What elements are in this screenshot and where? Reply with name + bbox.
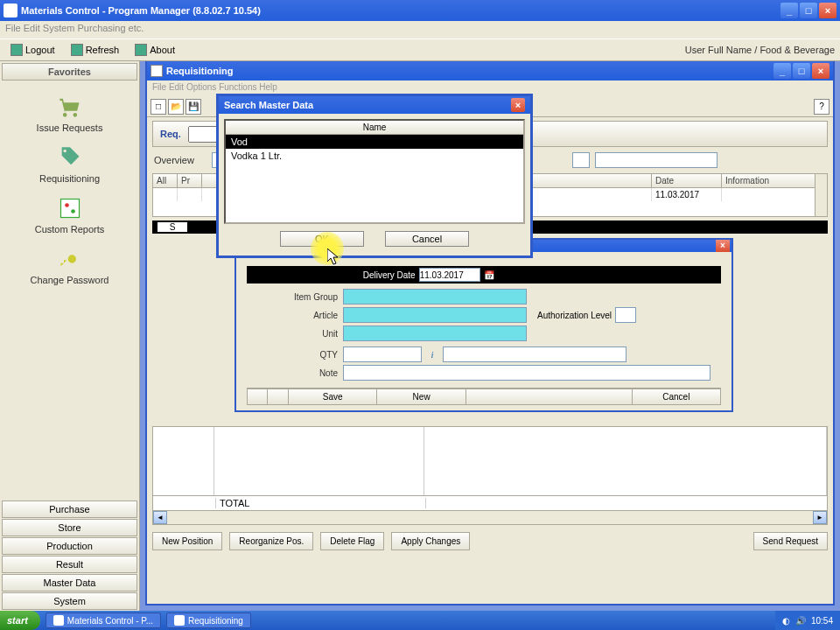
unit-input[interactable] (343, 326, 527, 341)
search-filter-row[interactable]: Vod (226, 135, 523, 149)
total-label: TOTAL (216, 498, 426, 508)
sidebar-item-change-password[interactable]: Change Password (0, 247, 139, 285)
minimize-button[interactable]: _ (780, 3, 798, 18)
overview-label: Overview (154, 155, 206, 165)
grid-header-pr[interactable]: Pr (178, 174, 202, 187)
logout-button[interactable]: Logout (5, 42, 60, 58)
svg-point-1 (65, 203, 69, 207)
close-button[interactable]: × (819, 3, 836, 18)
search-master-data-dialog: Search Master Data × Name Vod Vodka 1 Lt… (216, 94, 533, 258)
taskbar-item-requisitioning[interactable]: Requisitioning (166, 612, 251, 628)
qty-info-input[interactable] (443, 346, 626, 362)
new-position-button[interactable]: New Position (152, 532, 222, 550)
refresh-button[interactable]: Refresh (66, 42, 125, 58)
search-dialog-close-button[interactable]: × (511, 98, 525, 112)
sidebar-nav-master-data[interactable]: Master Data (2, 574, 137, 592)
refresh-icon (71, 44, 83, 56)
taskbar-item-materials-control[interactable]: Materials Control - P... (46, 612, 161, 628)
search-dialog-titlebar[interactable]: Search Master Data × (219, 96, 530, 114)
app-titlebar: Materials Control - Program Manager (8.8… (0, 0, 840, 21)
toolbar: Logout Refresh About User Full Name / Fo… (0, 38, 840, 61)
detail-cancel-button[interactable]: Cancel (633, 388, 721, 405)
selection-prefix: S (158, 222, 187, 232)
apply-changes-button[interactable]: Apply Changes (391, 532, 470, 550)
scroll-left-icon[interactable]: ◄ (153, 511, 167, 524)
sidebar-item-requisitioning[interactable]: Requisitioning (0, 145, 139, 184)
tray-icon[interactable]: ◐ (782, 616, 790, 626)
report-icon (55, 196, 85, 220)
cart-icon (55, 94, 85, 119)
start-label: start (7, 615, 28, 626)
authorization-level-label: Authorization Level (537, 311, 612, 320)
mdi-minimize-button[interactable]: _ (774, 63, 791, 79)
item-group-label: Item Group (247, 292, 343, 302)
logout-label: Logout (25, 45, 55, 55)
system-tray[interactable]: ◐ 🔊 10:54 (775, 611, 840, 630)
sidebar-nav-system[interactable]: System (2, 592, 137, 610)
sidebar-item-custom-reports[interactable]: Custom Reports (0, 196, 139, 234)
calendar-icon[interactable]: 📅 (484, 270, 494, 280)
horizontal-scrollbar[interactable]: ◄ ► (152, 511, 828, 525)
grid-vertical-scrollbar[interactable] (815, 174, 827, 216)
taskbar: start Materials Control - P... Requisiti… (0, 611, 840, 630)
mdi-doc-icon (150, 65, 163, 77)
sidebar-nav-store[interactable]: Store (2, 519, 137, 536)
menubar[interactable]: File Edit System Purchasing etc. (0, 21, 840, 38)
sidebar-nav-production[interactable]: Production (2, 537, 137, 555)
search-ok-button[interactable]: OK (280, 231, 364, 247)
grid-header-date[interactable]: Date (652, 174, 722, 187)
info-icon[interactable]: i (422, 349, 443, 360)
reorganize-pos-button[interactable]: Reorganize Pos. (229, 532, 313, 550)
qty-label: QTY (247, 350, 343, 360)
mdi-maximize-button[interactable]: □ (793, 63, 810, 79)
help-icon[interactable]: ? (814, 99, 830, 115)
detail-next-button[interactable] (268, 388, 289, 405)
key-icon (55, 247, 85, 271)
grid-header-info[interactable]: Information (722, 174, 827, 187)
search-results-list[interactable]: Name Vod Vodka 1 Ltr. (224, 119, 525, 224)
send-request-button[interactable]: Send Request (753, 532, 828, 550)
detail-close-button[interactable]: × (716, 240, 730, 252)
about-label: About (150, 45, 175, 55)
task-app-icon (53, 615, 64, 626)
save-icon[interactable]: 💾 (186, 99, 201, 115)
start-button[interactable]: start (0, 611, 40, 630)
delivery-date-label: Delivery Date (363, 270, 416, 280)
detail-prev-button[interactable] (247, 388, 268, 405)
scroll-right-icon[interactable]: ► (813, 511, 827, 524)
delivery-date-input[interactable] (419, 268, 480, 282)
detail-save-button[interactable]: Save (289, 388, 377, 405)
article-label: Article (247, 311, 343, 320)
authorization-level-input[interactable] (615, 307, 636, 323)
sidebar-nav-purchase[interactable]: Purchase (2, 500, 137, 518)
overview-code[interactable] (572, 152, 590, 168)
search-result-item[interactable]: Vodka 1 Ltr. (226, 149, 523, 163)
detail-new-button[interactable]: New (377, 388, 466, 405)
overview-input-2[interactable] (595, 152, 718, 168)
line-items-grid[interactable] (152, 426, 828, 496)
sidebar-item-issue-requests[interactable]: Issue Requests (0, 94, 139, 133)
item-group-input[interactable] (343, 289, 527, 304)
task-app-icon (174, 615, 185, 626)
article-input[interactable] (343, 307, 527, 323)
open-icon[interactable]: 📂 (168, 99, 184, 115)
delete-flag-button[interactable]: Delete Flag (320, 532, 384, 550)
sidebar-item-label: Requisitioning (39, 173, 100, 184)
qty-input[interactable] (343, 346, 422, 362)
mdi-titlebar[interactable]: Requisitioning _ □ × (147, 61, 833, 80)
clock: 10:54 (811, 616, 833, 626)
about-button[interactable]: About (130, 42, 180, 58)
maximize-button[interactable]: □ (800, 3, 817, 18)
sidebar-nav-result[interactable]: Result (2, 556, 137, 573)
note-input[interactable] (343, 365, 710, 381)
search-list-header-name[interactable]: Name (226, 121, 523, 135)
search-cancel-button[interactable]: Cancel (385, 231, 469, 247)
sidebar-header: Favorites (2, 63, 137, 80)
new-icon[interactable]: □ (150, 99, 166, 115)
app-logo-icon (4, 4, 18, 18)
tray-icon[interactable]: 🔊 (795, 616, 806, 626)
task-label: Materials Control - P... (67, 616, 153, 626)
svg-rect-0 (60, 200, 79, 218)
mdi-close-button[interactable]: × (812, 63, 830, 79)
grid-header-all[interactable]: All (153, 174, 178, 187)
